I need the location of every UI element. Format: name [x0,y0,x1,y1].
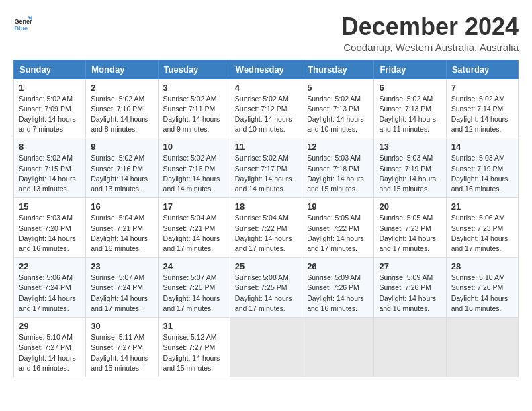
day-info: Sunrise: 5:05 AMSunset: 7:23 PMDaylight:… [379,213,441,254]
day-number: 6 [379,83,441,93]
day-info: Sunrise: 5:11 AMSunset: 7:27 PMDaylight:… [91,332,152,373]
day-number: 26 [307,261,369,271]
calendar-cell: 29Sunrise: 5:10 AMSunset: 7:27 PMDayligh… [14,318,86,377]
calendar-cell: 4Sunrise: 5:02 AMSunset: 7:12 PMDaylight… [230,79,302,138]
calendar-cell: 16Sunrise: 5:04 AMSunset: 7:21 PMDayligh… [86,198,158,258]
calendar-cell: 22Sunrise: 5:06 AMSunset: 7:24 PMDayligh… [14,258,86,318]
calendar-cell: 2Sunrise: 5:02 AMSunset: 7:10 PMDaylight… [86,79,158,138]
day-number: 22 [19,261,81,271]
calendar-cell: 11Sunrise: 5:02 AMSunset: 7:17 PMDayligh… [230,138,302,198]
day-info: Sunrise: 5:12 AMSunset: 7:27 PMDaylight:… [163,332,225,373]
calendar-cell: 1Sunrise: 5:02 AMSunset: 7:09 PMDaylight… [14,79,86,138]
day-number: 28 [451,261,513,271]
day-info: Sunrise: 5:02 AMSunset: 7:13 PMDaylight:… [307,94,369,135]
day-number: 19 [307,201,369,212]
day-number: 3 [163,83,225,93]
day-number: 18 [235,201,297,212]
calendar-cell: 17Sunrise: 5:04 AMSunset: 7:21 PMDayligh… [158,198,230,258]
day-number: 5 [307,83,369,93]
day-info: Sunrise: 5:02 AMSunset: 7:11 PMDaylight:… [163,94,225,135]
day-number: 23 [91,261,152,271]
day-info: Sunrise: 5:02 AMSunset: 7:15 PMDaylight:… [19,153,81,194]
calendar-cell: 19Sunrise: 5:05 AMSunset: 7:22 PMDayligh… [302,198,374,258]
day-number: 14 [451,142,513,152]
day-info: Sunrise: 5:03 AMSunset: 7:19 PMDaylight:… [379,153,441,194]
calendar-cell: 9Sunrise: 5:02 AMSunset: 7:16 PMDaylight… [86,138,158,198]
day-info: Sunrise: 5:08 AMSunset: 7:25 PMDaylight:… [235,273,297,314]
day-number: 13 [379,142,441,152]
calendar-cell: 13Sunrise: 5:03 AMSunset: 7:19 PMDayligh… [374,138,446,198]
day-info: Sunrise: 5:06 AMSunset: 7:23 PMDaylight:… [451,213,513,254]
day-number: 4 [235,83,297,93]
day-number: 2 [91,83,152,93]
day-info: Sunrise: 5:07 AMSunset: 7:24 PMDaylight:… [91,273,152,314]
weekday-header-sunday: Sunday [14,60,86,79]
calendar-cell: 12Sunrise: 5:03 AMSunset: 7:18 PMDayligh… [302,138,374,198]
day-info: Sunrise: 5:03 AMSunset: 7:19 PMDaylight:… [451,153,513,194]
day-info: Sunrise: 5:02 AMSunset: 7:16 PMDaylight:… [91,153,152,194]
calendar-cell: 3Sunrise: 5:02 AMSunset: 7:11 PMDaylight… [158,79,230,138]
calendar-cell: 20Sunrise: 5:05 AMSunset: 7:23 PMDayligh… [374,198,446,258]
week-row-2: 8Sunrise: 5:02 AMSunset: 7:15 PMDaylight… [14,138,519,198]
calendar-cell: 25Sunrise: 5:08 AMSunset: 7:25 PMDayligh… [230,258,302,318]
day-number: 11 [235,142,297,152]
day-number: 21 [451,201,513,212]
day-info: Sunrise: 5:04 AMSunset: 7:22 PMDaylight:… [235,213,297,254]
calendar-cell: 26Sunrise: 5:09 AMSunset: 7:26 PMDayligh… [302,258,374,318]
day-number: 15 [19,201,81,212]
calendar-cell: 27Sunrise: 5:09 AMSunset: 7:26 PMDayligh… [374,258,446,318]
weekday-header-thursday: Thursday [302,60,374,79]
day-info: Sunrise: 5:10 AMSunset: 7:26 PMDaylight:… [451,273,513,314]
day-info: Sunrise: 5:03 AMSunset: 7:18 PMDaylight:… [307,153,369,194]
calendar-cell: 10Sunrise: 5:02 AMSunset: 7:16 PMDayligh… [158,138,230,198]
month-title: December 2024 [341,13,519,40]
day-number: 1 [19,83,81,93]
calendar-cell: 23Sunrise: 5:07 AMSunset: 7:24 PMDayligh… [86,258,158,318]
week-row-5: 29Sunrise: 5:10 AMSunset: 7:27 PMDayligh… [14,318,519,377]
calendar-cell: 24Sunrise: 5:07 AMSunset: 7:25 PMDayligh… [158,258,230,318]
day-number: 8 [19,142,81,152]
calendar-table: SundayMondayTuesdayWednesdayThursdayFrid… [13,60,519,377]
calendar-cell: 31Sunrise: 5:12 AMSunset: 7:27 PMDayligh… [158,318,230,377]
day-number: 31 [163,321,225,331]
day-number: 20 [379,201,441,212]
page-header: General Blue December 2024 Coodanup, Wes… [13,13,519,53]
day-info: Sunrise: 5:05 AMSunset: 7:22 PMDaylight:… [307,213,369,254]
calendar-cell: 21Sunrise: 5:06 AMSunset: 7:23 PMDayligh… [446,198,518,258]
week-row-1: 1Sunrise: 5:02 AMSunset: 7:09 PMDaylight… [14,79,519,138]
day-info: Sunrise: 5:02 AMSunset: 7:13 PMDaylight:… [379,94,441,135]
day-info: Sunrise: 5:04 AMSunset: 7:21 PMDaylight:… [163,213,225,254]
day-info: Sunrise: 5:09 AMSunset: 7:26 PMDaylight:… [379,273,441,314]
week-row-3: 15Sunrise: 5:03 AMSunset: 7:20 PMDayligh… [14,198,519,258]
day-number: 29 [19,321,81,331]
weekday-header-row: SundayMondayTuesdayWednesdayThursdayFrid… [14,60,519,79]
calendar-cell: 28Sunrise: 5:10 AMSunset: 7:26 PMDayligh… [446,258,518,318]
calendar-cell: 30Sunrise: 5:11 AMSunset: 7:27 PMDayligh… [86,318,158,377]
day-number: 16 [91,201,152,212]
day-info: Sunrise: 5:07 AMSunset: 7:25 PMDaylight:… [163,273,225,314]
day-info: Sunrise: 5:06 AMSunset: 7:24 PMDaylight:… [19,273,81,314]
location-subtitle: Coodanup, Western Australia, Australia [341,42,519,53]
day-number: 27 [379,261,441,271]
calendar-cell: 5Sunrise: 5:02 AMSunset: 7:13 PMDaylight… [302,79,374,138]
day-info: Sunrise: 5:02 AMSunset: 7:12 PMDaylight:… [235,94,297,135]
day-number: 25 [235,261,297,271]
logo-icon: General Blue [13,13,32,32]
week-row-4: 22Sunrise: 5:06 AMSunset: 7:24 PMDayligh… [14,258,519,318]
day-number: 30 [91,321,152,331]
weekday-header-saturday: Saturday [446,60,518,79]
day-number: 17 [163,201,225,212]
day-number: 9 [91,142,152,152]
weekday-header-friday: Friday [374,60,446,79]
title-section: December 2024 Coodanup, Western Australi… [341,13,519,53]
day-number: 24 [163,261,225,271]
day-info: Sunrise: 5:02 AMSunset: 7:09 PMDaylight:… [19,94,81,135]
calendar-cell: 7Sunrise: 5:02 AMSunset: 7:14 PMDaylight… [446,79,518,138]
logo: General Blue [13,13,32,32]
svg-text:Blue: Blue [14,25,28,32]
day-number: 12 [307,142,369,152]
day-info: Sunrise: 5:03 AMSunset: 7:20 PMDaylight:… [19,213,81,254]
day-info: Sunrise: 5:10 AMSunset: 7:27 PMDaylight:… [19,332,81,373]
weekday-header-wednesday: Wednesday [230,60,302,79]
day-info: Sunrise: 5:04 AMSunset: 7:21 PMDaylight:… [91,213,152,254]
